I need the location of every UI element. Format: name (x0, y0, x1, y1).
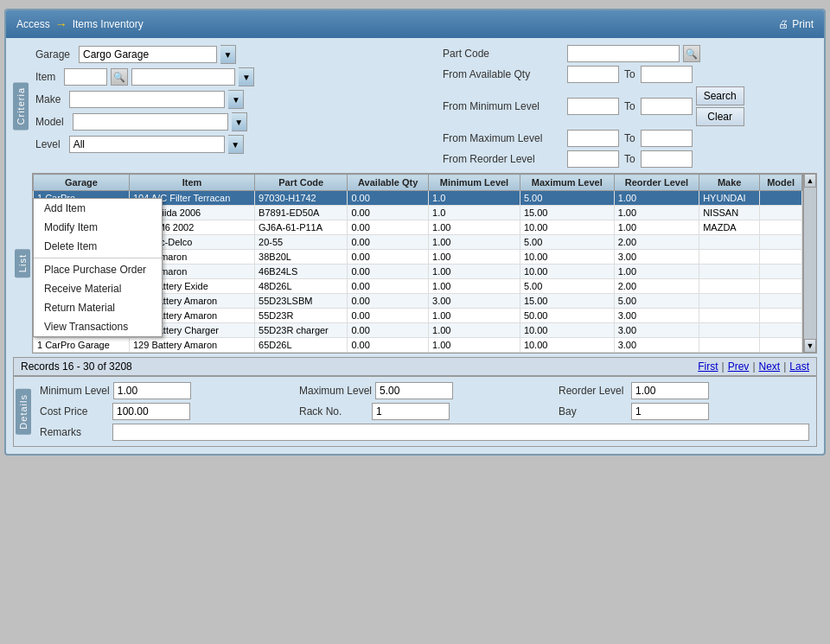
reorder-level-to-input[interactable] (641, 150, 693, 168)
remarks-row: Remarks (40, 424, 809, 441)
next-page-link[interactable]: Next (759, 360, 781, 373)
clear-button[interactable]: Clear (696, 107, 744, 126)
table-cell: 3.00 (614, 323, 699, 338)
table-cell: 1.0 (429, 206, 520, 220)
records-count: Records 16 - 30 of 3208 (21, 360, 132, 373)
table-cell (760, 235, 802, 250)
item-code-input[interactable] (64, 68, 107, 86)
max-level-to-input[interactable] (641, 130, 693, 147)
garage-input[interactable] (79, 46, 217, 63)
table-area: Garage Item Part Code Available Qty Mini… (32, 173, 817, 354)
level-input[interactable] (69, 136, 225, 153)
table-cell: 0.00 (348, 250, 429, 265)
bay-detail-label: Bay (559, 405, 628, 418)
item-dropdown-arrow[interactable]: ▼ (239, 67, 254, 86)
table-cell: 10.00 (520, 323, 614, 338)
min-level-from-input[interactable] (567, 98, 619, 115)
part-code-search-button[interactable]: 🔍 (683, 45, 700, 62)
part-code-input[interactable] (567, 45, 680, 62)
criteria-label: Criteria (13, 82, 29, 130)
prev-page-link[interactable]: Prev (728, 360, 750, 373)
last-page-link[interactable]: Last (789, 360, 809, 373)
max-level-row: From Maximum Level To (443, 130, 817, 147)
reorder-level-from-input[interactable] (567, 150, 619, 168)
max-level-detail-input[interactable] (375, 382, 453, 399)
table-cell: 10.00 (520, 220, 614, 235)
table-cell: 1.00 (429, 220, 520, 235)
model-dropdown-arrow[interactable]: ▼ (232, 112, 247, 131)
make-dropdown-arrow[interactable]: ▼ (228, 90, 244, 109)
context-menu-modify-item[interactable]: Modify Item (34, 218, 162, 237)
garage-label: Garage (35, 48, 75, 61)
garage-dropdown-arrow[interactable]: ▼ (220, 45, 236, 64)
col-header-item: Item (129, 175, 254, 191)
reorder-level-detail-input[interactable] (631, 382, 709, 399)
context-menu-delete-item[interactable]: Delete Item (34, 237, 162, 256)
table-cell: 1.00 (429, 235, 520, 250)
context-menu-return-material[interactable]: Return Material (34, 298, 162, 317)
context-menu-receive-material[interactable]: Receive Material (34, 279, 162, 298)
pagination: First | Prev | Next | Last (698, 360, 809, 373)
list-section: List Garage Item Part Code Available Qty (13, 173, 817, 354)
context-menu-add-item[interactable]: Add Item (34, 199, 162, 218)
table-cell: 1.00 (429, 250, 520, 265)
table-cell: 1.00 (429, 265, 520, 279)
table-cell (699, 279, 760, 294)
min-level-detail-input[interactable] (113, 382, 191, 399)
bay-detail-input[interactable] (631, 403, 709, 420)
col-header-max-level: Maximum Level (520, 175, 614, 191)
make-input[interactable] (69, 91, 225, 108)
col-header-make: Make (699, 175, 760, 191)
table-cell: 1 CarPro Garage (34, 338, 130, 353)
context-menu-place-purchase[interactable]: Place Purchase Order (34, 260, 162, 279)
level-dropdown-arrow[interactable]: ▼ (228, 135, 244, 154)
breadcrumb-access[interactable]: Access (16, 18, 50, 30)
table-cell: 55D23R (255, 309, 348, 323)
model-input[interactable] (73, 113, 228, 131)
table-cell: 0.00 (348, 279, 429, 294)
table-row[interactable]: 1 CarPro Garage129 Battery Amaron65D26L0… (34, 338, 802, 353)
scroll-down-arrow[interactable]: ▼ (804, 339, 816, 353)
cost-price-detail-row: Cost Price (40, 403, 290, 420)
min-level-to-input[interactable] (641, 98, 693, 115)
available-qty-from-input[interactable] (567, 66, 619, 83)
table-cell: 129 Battery Amaron (129, 338, 254, 353)
table-cell: 0.00 (348, 309, 429, 323)
table-cell: 5.00 (614, 294, 699, 309)
to-label-3: To (622, 132, 637, 144)
rack-no-detail-input[interactable] (372, 403, 450, 420)
bay-detail-row: Bay (559, 403, 809, 420)
scroll-up-arrow[interactable]: ▲ (804, 174, 816, 188)
remarks-input[interactable] (112, 424, 809, 441)
item-name-input[interactable] (131, 68, 235, 86)
table-cell (760, 338, 802, 353)
first-page-link[interactable]: First (698, 360, 718, 373)
print-icon: 🖨 (778, 18, 788, 30)
table-cell (760, 294, 802, 309)
table-cell: 65D26L (255, 338, 348, 353)
scroll-track[interactable] (804, 188, 816, 339)
max-level-from-input[interactable] (567, 130, 619, 147)
cost-price-detail-input[interactable] (112, 403, 190, 420)
print-button[interactable]: 🖨 Print (778, 18, 814, 30)
page-title: Items Inventory (73, 18, 144, 30)
table-cell: 5.00 (520, 235, 614, 250)
context-menu: Add Item Modify Item Delete Item Place P… (33, 198, 163, 337)
context-menu-view-transactions[interactable]: View Transactions (34, 317, 162, 336)
table-cell (699, 235, 760, 250)
table-cell: NISSAN (699, 206, 760, 220)
print-label: Print (792, 18, 814, 30)
available-qty-label: From Available Qty (443, 68, 564, 80)
table-cell (699, 265, 760, 279)
col-header-reorder-level: Reorder Level (614, 175, 699, 191)
to-label-2: To (622, 100, 637, 112)
available-qty-to-input[interactable] (641, 66, 693, 83)
vertical-scrollbar[interactable]: ▲ ▼ (803, 173, 817, 354)
table-cell: 15.00 (520, 294, 614, 309)
search-button[interactable]: Search (696, 86, 744, 105)
details-content: Minimum Level Maximum Level Reorder Leve… (33, 377, 816, 446)
level-label: Level (35, 138, 66, 150)
table-cell (760, 265, 802, 279)
table-cell: 38B20L (255, 250, 348, 265)
item-search-button[interactable]: 🔍 (111, 68, 128, 86)
